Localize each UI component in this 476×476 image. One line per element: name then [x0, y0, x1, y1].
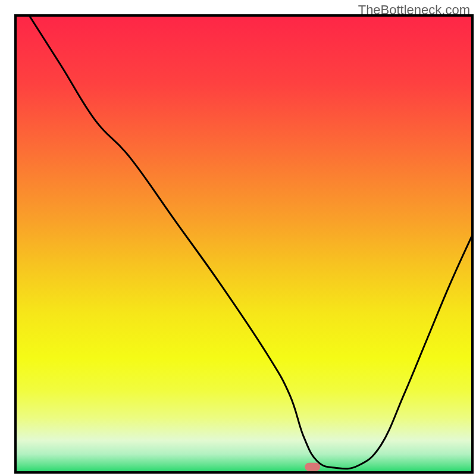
chart-svg	[0, 0, 476, 476]
optimal-point-marker	[305, 463, 320, 471]
watermark-label: TheBottleneck.com	[358, 2, 470, 18]
gradient-background	[15, 15, 472, 472]
bottleneck-chart: TheBottleneck.com	[0, 0, 476, 476]
